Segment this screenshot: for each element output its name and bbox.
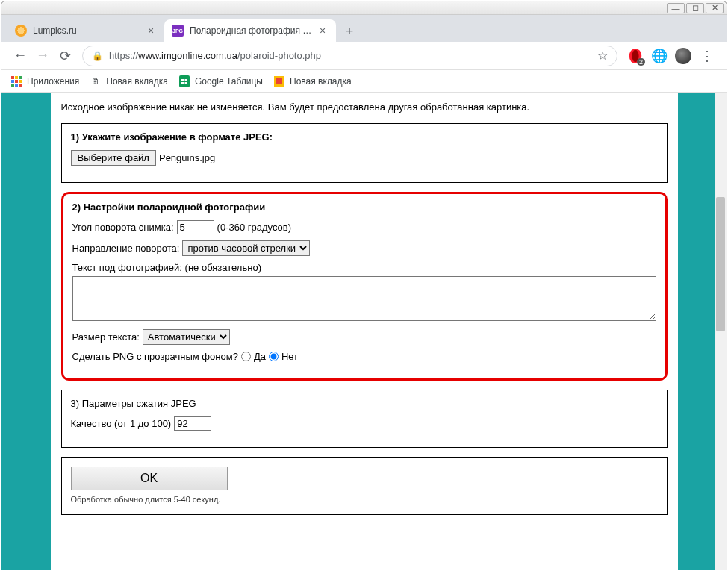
bookmark-apps[interactable]: Приложения (10, 75, 79, 87)
tab-title: Полароидная фотография онла (190, 25, 312, 36)
window-maximize-button[interactable]: ◻ (686, 3, 704, 13)
tab-lumpics[interactable]: Lumpics.ru × (7, 19, 164, 42)
browser-window: — ◻ ✕ Lumpics.ru × JPG Полароидная фотог… (1, 1, 727, 570)
angle-hint: (0-360 градусов) (217, 222, 291, 233)
doc-icon: 🗎 (90, 75, 102, 87)
bookmark-star-icon[interactable]: ☆ (597, 49, 608, 63)
address-bar: ← → ⟳ 🔒 https://www.imgonline.com.ua/pol… (1, 42, 727, 70)
url-protocol: https:// (109, 50, 138, 61)
text-size-label: Размер текста: (72, 331, 140, 343)
new-tab-button[interactable]: + (339, 21, 360, 42)
png-yes-radio[interactable] (241, 352, 251, 361)
step-2-title: 2) Настройки полароидной фотографии (72, 202, 656, 213)
step-1-title: 1) Укажите изображение в формате JPEG: (71, 131, 658, 143)
png-transparent-label: Сделать PNG с прозрачным фоном? (72, 351, 238, 362)
extension-globe-icon[interactable]: 🌐 (650, 47, 668, 65)
png-yes-label: Да (254, 351, 266, 362)
bookmark-newtab-1[interactable]: 🗎 Новая вкладка (90, 75, 168, 87)
apps-icon (10, 75, 22, 87)
bookmarks-bar: Приложения 🗎 Новая вкладка Google Таблиц… (1, 70, 727, 93)
profile-avatar[interactable] (674, 47, 692, 65)
text-size-select[interactable]: Автоматически (143, 329, 230, 345)
lock-icon: 🔒 (92, 51, 103, 61)
page-content-area: Исходное изображение никак не изменяется… (51, 93, 678, 570)
ok-button[interactable]: OK (71, 467, 228, 490)
caption-textarea[interactable] (72, 276, 656, 321)
scrollbar-track[interactable] (715, 93, 727, 570)
info-text: Исходное изображение никак не изменяется… (61, 102, 668, 113)
step-2-fieldset: 2) Настройки полароидной фотографии Угол… (61, 192, 668, 381)
bookmark-label: Новая вкладка (106, 76, 168, 87)
url-path: /polaroid-photo.php (237, 50, 321, 61)
svg-rect-3 (15, 76, 18, 79)
submit-fieldset: OK Обработка обычно длится 5-40 секунд. (61, 457, 668, 515)
scrollbar-thumb[interactable] (716, 197, 725, 331)
tab-imgonline[interactable]: JPG Полароидная фотография онла × (164, 19, 336, 42)
svg-rect-16 (276, 78, 282, 84)
processing-note: Обработка обычно длится 5-40 секунд. (71, 495, 658, 504)
url-host: www.imgonline.com.ua (138, 50, 237, 61)
angle-label: Угол поворота снимка: (72, 222, 174, 233)
bookmark-label: Google Таблицы (195, 76, 263, 87)
bookmark-sheets[interactable]: Google Таблицы (178, 75, 263, 87)
window-close-button[interactable]: ✕ (706, 3, 724, 13)
favicon-lumpics (15, 25, 27, 37)
chosen-file-name: Penguins.jpg (159, 152, 215, 163)
page-viewport: Исходное изображение никак не изменяется… (1, 93, 727, 570)
svg-rect-5 (11, 80, 14, 83)
bookmark-label: Новая вкладка (290, 76, 352, 87)
favicon-imgonline: JPG (172, 25, 184, 37)
sheets-icon (178, 75, 190, 87)
svg-rect-10 (19, 84, 22, 87)
angle-input[interactable] (177, 220, 214, 234)
step-3-fieldset: 3) Параметры сжатия JPEG Качество (от 1 … (61, 390, 668, 448)
page-background: Исходное изображение никак не изменяется… (1, 93, 727, 570)
bookmark-label: Приложения (27, 76, 79, 87)
step-3-title: 3) Параметры сжатия JPEG (71, 398, 658, 409)
svg-rect-6 (15, 80, 18, 83)
tab-close-icon[interactable]: × (317, 25, 329, 37)
quality-label: Качество (от 1 до 100) (71, 418, 172, 429)
png-no-radio[interactable] (269, 352, 279, 361)
extension-opera-icon[interactable]: 2 (626, 47, 644, 65)
window-minimize-button[interactable]: — (667, 3, 685, 13)
svg-rect-7 (19, 80, 22, 83)
omnibox[interactable]: 🔒 https://www.imgonline.com.ua/polaroid-… (82, 46, 617, 66)
quality-input[interactable] (174, 416, 211, 431)
direction-label: Направление поворота: (72, 243, 180, 254)
back-button[interactable]: ← (9, 45, 31, 67)
doc-icon (273, 75, 285, 87)
caption-label: Текст под фотографией: (не обязательно) (72, 262, 656, 273)
tab-title: Lumpics.ru (33, 25, 140, 36)
choose-file-button[interactable]: Выберите файл (71, 150, 156, 166)
forward-button[interactable]: → (31, 45, 54, 67)
png-no-label: Нет (281, 351, 298, 362)
svg-rect-4 (19, 76, 22, 79)
svg-rect-2 (11, 76, 14, 79)
bookmark-newtab-2[interactable]: Новая вкладка (273, 75, 352, 87)
tab-close-icon[interactable]: × (145, 25, 157, 37)
tab-strip: Lumpics.ru × JPG Полароидная фотография … (1, 15, 727, 42)
extension-badge: 2 (637, 58, 645, 66)
browser-menu-button[interactable]: ⋮ (698, 47, 716, 65)
svg-rect-9 (15, 84, 18, 87)
direction-select[interactable]: против часовой стрелки (182, 240, 310, 256)
step-1-fieldset: 1) Укажите изображение в формате JPEG: В… (61, 123, 668, 183)
svg-rect-8 (11, 84, 14, 87)
reload-button[interactable]: ⟳ (54, 45, 76, 67)
window-titlebar: — ◻ ✕ (1, 1, 727, 15)
